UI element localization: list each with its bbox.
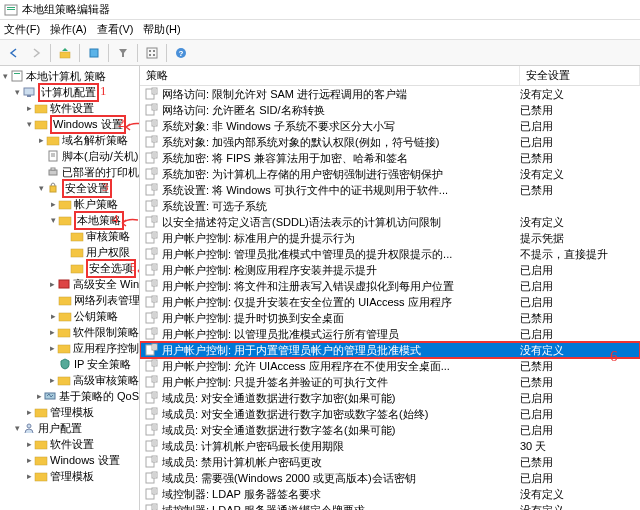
policy-name: 系统对象: 非 Windows 子系统不要求区分大小写 bbox=[162, 119, 520, 134]
menu-action[interactable]: 操作(A) bbox=[50, 22, 87, 37]
refresh-button[interactable] bbox=[142, 43, 162, 63]
policy-row[interactable]: 用户帐户控制: 提升时切换到安全桌面 已禁用 bbox=[140, 310, 640, 326]
column-policy[interactable]: 策略 bbox=[140, 66, 520, 85]
policy-row[interactable]: 域成员: 需要强(Windows 2000 或更高版本)会话密钥 已启用 bbox=[140, 470, 640, 486]
chevron-down-icon[interactable]: ▾ bbox=[0, 71, 10, 81]
tree-audit-policy[interactable]: 审核策略 bbox=[0, 228, 139, 244]
tree-ip-security[interactable]: IP 安全策略 bbox=[0, 356, 139, 372]
policy-row[interactable]: 域控制器: LDAP 服务器签名要求 没有定义 bbox=[140, 486, 640, 502]
policy-row[interactable]: 用户帐户控制: 标准用户的提升提示行为 提示凭据 bbox=[140, 230, 640, 246]
tree-network-list[interactable]: 网络列表管理 bbox=[0, 292, 139, 308]
chevron-down-icon[interactable]: ▾ bbox=[36, 183, 46, 193]
forward-button[interactable] bbox=[26, 43, 46, 63]
policy-item-icon bbox=[144, 439, 158, 453]
chevron-down-icon[interactable]: ▾ bbox=[12, 423, 22, 433]
help-button[interactable]: ? bbox=[171, 43, 191, 63]
chevron-right-icon[interactable]: ▸ bbox=[48, 311, 58, 321]
tree-scripts[interactable]: 脚本(启动/关机) bbox=[0, 148, 139, 164]
folder-icon bbox=[70, 229, 84, 243]
folder-icon bbox=[34, 117, 48, 131]
tree-user-software[interactable]: ▸ 软件设置 bbox=[0, 436, 139, 452]
list-body[interactable]: 网络访问: 限制允许对 SAM 进行远程调用的客户端 没有定义 网络访问: 允许… bbox=[140, 86, 640, 510]
chevron-right-icon[interactable]: ▸ bbox=[24, 439, 34, 449]
svg-rect-37 bbox=[35, 441, 47, 449]
column-setting[interactable]: 安全设置 bbox=[520, 66, 640, 85]
toolbar-separator bbox=[137, 44, 138, 62]
policy-row[interactable]: 用户帐户控制: 管理员批准模式中管理员的提升权限提示的... 不提示，直接提升 bbox=[140, 246, 640, 262]
menu-view[interactable]: 查看(V) bbox=[97, 22, 134, 37]
chevron-right-icon[interactable]: ▸ bbox=[24, 103, 34, 113]
tree-panel: ▾ 本地计算机 策略 ▾ 计算机配置 1 ▸ 软件设置 ▾ Windows 设置… bbox=[0, 66, 140, 510]
policy-row[interactable]: 用户帐户控制: 仅提升安装在安全位置的 UIAccess 应用程序 已启用 bbox=[140, 294, 640, 310]
menu-help[interactable]: 帮助(H) bbox=[143, 22, 180, 37]
svg-rect-1 bbox=[7, 7, 15, 8]
policy-row[interactable]: 系统加密: 将 FIPS 兼容算法用于加密、哈希和签名 已禁用 bbox=[140, 150, 640, 166]
policy-row[interactable]: 用户帐户控制: 检测应用程序安装并提示提升 已启用 bbox=[140, 262, 640, 278]
tree-name-resolution[interactable]: ▸ 域名解析策略 bbox=[0, 132, 139, 148]
tree-advanced-win[interactable]: ▸ 高级安全 Win bbox=[0, 276, 139, 292]
policy-row[interactable]: 域成员: 对安全通道数据进行数字签名(如果可能) 已启用 bbox=[140, 422, 640, 438]
chevron-right-icon[interactable]: ▸ bbox=[48, 375, 57, 385]
tree-user-admin-templates[interactable]: ▸ 管理模板 bbox=[0, 468, 139, 484]
tree-qos[interactable]: ▸ 基于策略的 QoS bbox=[0, 388, 139, 404]
chevron-down-icon[interactable]: ▾ bbox=[48, 215, 58, 225]
policy-name: 用户帐户控制: 允许 UIAccess 应用程序在不使用安全桌面... bbox=[162, 359, 520, 374]
tree-security-options[interactable]: 安全选项 5 bbox=[0, 260, 139, 276]
chevron-right-icon[interactable]: ▸ bbox=[36, 391, 43, 401]
policy-row[interactable]: 域成员: 对安全通道数据进行数字加密或数字签名(始终) 已启用 bbox=[140, 406, 640, 422]
tree-admin-templates[interactable]: ▸ 管理模板 bbox=[0, 404, 139, 420]
policy-row[interactable]: 以安全描述符定义语言(SDDL)语法表示的计算机访问限制 没有定义 bbox=[140, 214, 640, 230]
chevron-down-icon[interactable]: ▾ bbox=[12, 87, 22, 97]
policy-item-icon bbox=[144, 391, 158, 405]
chevron-right-icon[interactable]: ▸ bbox=[24, 471, 34, 481]
tree-app-control[interactable]: ▸ 应用程序控制 bbox=[0, 340, 139, 356]
svg-rect-89 bbox=[152, 472, 157, 478]
policy-name: 以安全描述符定义语言(SDDL)语法表示的计算机访问限制 bbox=[162, 215, 520, 230]
tree-security-settings[interactable]: ▾ 安全设置 3 bbox=[0, 180, 139, 196]
tree-user-windows[interactable]: ▸ Windows 设置 bbox=[0, 452, 139, 468]
annotation-5: 5 bbox=[130, 259, 137, 275]
chevron-right-icon[interactable]: ▸ bbox=[24, 407, 34, 417]
tree-software-restriction[interactable]: ▸ 软件限制策略 bbox=[0, 324, 139, 340]
chevron-right-icon[interactable]: ▸ bbox=[36, 135, 46, 145]
tree-public-key[interactable]: ▸ 公钥策略 bbox=[0, 308, 139, 324]
policy-row[interactable]: 域成员: 计算机帐户密码最长使用期限 30 天 bbox=[140, 438, 640, 454]
chevron-right-icon[interactable]: ▸ bbox=[48, 199, 58, 209]
policy-icon bbox=[10, 69, 24, 83]
qos-icon bbox=[43, 389, 57, 403]
policy-row[interactable]: 用户帐户控制: 用于内置管理员帐户的管理员批准模式 没有定义 bbox=[140, 342, 640, 358]
chevron-right-icon[interactable]: ▸ bbox=[48, 343, 57, 353]
back-button[interactable] bbox=[4, 43, 24, 63]
chevron-right-icon[interactable]: ▸ bbox=[48, 279, 57, 289]
policy-row[interactable]: 系统对象: 加强内部系统对象的默认权限(例如，符号链接) 已启用 bbox=[140, 134, 640, 150]
policy-name: 系统设置: 将 Windows 可执行文件中的证书规则用于软件... bbox=[162, 183, 520, 198]
chevron-right-icon[interactable]: ▸ bbox=[24, 455, 34, 465]
policy-item-icon bbox=[144, 295, 158, 309]
tree-windows-settings[interactable]: ▾ Windows 设置 2 bbox=[0, 116, 139, 132]
chevron-down-icon[interactable]: ▾ bbox=[24, 119, 34, 129]
policy-row[interactable]: 用户帐户控制: 将文件和注册表写入错误虚拟化到每用户位置 已启用 bbox=[140, 278, 640, 294]
tree-computer-config[interactable]: ▾ 计算机配置 1 bbox=[0, 84, 139, 100]
filter-button[interactable] bbox=[113, 43, 133, 63]
tree-local-policies[interactable]: ▾ 本地策略 4 bbox=[0, 212, 139, 228]
policy-row[interactable]: 用户帐户控制: 以管理员批准模式运行所有管理员 已启用 bbox=[140, 326, 640, 342]
chevron-right-icon[interactable]: ▸ bbox=[48, 327, 57, 337]
policy-row[interactable]: 系统加密: 为计算机上存储的用户密钥强制进行强密钥保护 没有定义 bbox=[140, 166, 640, 182]
policy-row[interactable]: 网络访问: 允许匿名 SID/名称转换 已禁用 bbox=[140, 102, 640, 118]
policy-row[interactable]: 用户帐户控制: 只提升签名并验证的可执行文件 已禁用 bbox=[140, 374, 640, 390]
policy-row[interactable]: 系统对象: 非 Windows 子系统不要求区分大小写 已启用 bbox=[140, 118, 640, 134]
menu-file[interactable]: 文件(F) bbox=[4, 22, 40, 37]
policy-row[interactable]: 系统设置: 可选子系统 bbox=[140, 198, 640, 214]
policy-setting: 已启用 bbox=[520, 407, 640, 422]
policy-row[interactable]: 网络访问: 限制允许对 SAM 进行远程调用的客户端 没有定义 bbox=[140, 86, 640, 102]
policy-row[interactable]: 域控制器: LDAP 服务器通道绑定令牌要求 没有定义 bbox=[140, 502, 640, 510]
policy-row[interactable]: 用户帐户控制: 允许 UIAccess 应用程序在不使用安全桌面... 已禁用 bbox=[140, 358, 640, 374]
up-button[interactable] bbox=[55, 43, 75, 63]
tree-advanced-audit[interactable]: ▸ 高级审核策略 bbox=[0, 372, 139, 388]
policy-row[interactable]: 域成员: 对安全通道数据进行数字加密(如果可能) 已启用 bbox=[140, 390, 640, 406]
export-button[interactable] bbox=[84, 43, 104, 63]
policy-row[interactable]: 系统设置: 将 Windows 可执行文件中的证书规则用于软件... 已禁用 bbox=[140, 182, 640, 198]
policy-row[interactable]: 域成员: 禁用计算机帐户密码更改 已禁用 bbox=[140, 454, 640, 470]
tree-user-config[interactable]: ▾ 用户配置 bbox=[0, 420, 139, 436]
folder-icon bbox=[57, 325, 71, 339]
